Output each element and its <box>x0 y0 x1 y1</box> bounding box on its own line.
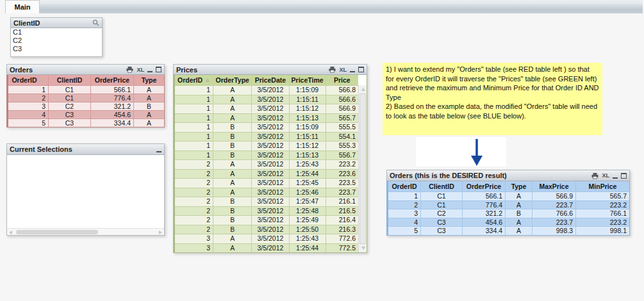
table-cell[interactable]: 3/5/2012 <box>251 234 288 243</box>
table-cell[interactable]: 223.5 <box>326 179 358 188</box>
printer-icon[interactable] <box>329 66 336 74</box>
table-cell[interactable]: 454.6 <box>462 218 505 227</box>
table-cell[interactable]: 3 <box>175 234 213 243</box>
printer-icon[interactable] <box>126 66 133 74</box>
table-cell[interactable]: 566.8 <box>326 86 358 95</box>
table-cell[interactable]: 772.5 <box>326 244 358 253</box>
table-cell[interactable]: 223.2 <box>575 218 629 227</box>
table-cell[interactable]: 1:25:48 <box>289 207 326 216</box>
table-row[interactable]: 1B3/5/20121:15:12555.3 <box>175 141 358 150</box>
table-row[interactable]: 2C1776.4A223.7223.2 <box>388 200 629 209</box>
table-cell[interactable]: A <box>133 94 164 102</box>
minimize-icon[interactable] <box>350 66 355 74</box>
table-cell[interactable]: 1 <box>175 114 213 123</box>
listbox-caption[interactable]: ClientID <box>10 17 103 28</box>
table-row[interactable]: 1A3/5/20121:15:13565.7 <box>175 113 358 123</box>
table-row[interactable]: 1A3/5/20121:15:12566.9 <box>175 104 358 113</box>
table-cell[interactable]: B <box>213 142 251 150</box>
table-cell[interactable]: 3/5/2012 <box>251 142 288 150</box>
table-cell[interactable]: 3/5/2012 <box>251 123 288 132</box>
column-header-orderid[interactable]: OrderID <box>175 75 213 85</box>
current-selections-caption[interactable]: Current Selections <box>6 143 165 155</box>
table-cell[interactable]: 3/5/2012 <box>251 95 288 104</box>
table-cell[interactable]: 3/5/2012 <box>251 170 288 179</box>
table-cell[interactable]: C3 <box>11 45 102 53</box>
table-row[interactable]: 3C2321.2B766.6766.1 <box>388 209 629 218</box>
printer-icon[interactable] <box>591 172 599 179</box>
column-header-orderprice[interactable]: OrderPrice <box>462 181 505 191</box>
table-cell[interactable]: A <box>213 188 251 197</box>
table-cell[interactable]: A <box>213 160 251 169</box>
table-cell[interactable]: 223.7 <box>326 188 358 197</box>
table-cell[interactable]: 2 <box>388 201 420 209</box>
table-cell[interactable]: 1:25:46 <box>289 188 326 197</box>
table-cell[interactable]: 2 <box>175 225 213 234</box>
table-cell[interactable]: C1 <box>420 192 462 200</box>
table-cell[interactable]: A <box>213 104 251 113</box>
horizontal-scrollbar[interactable] <box>7 228 164 235</box>
scrollbar-thumb[interactable] <box>359 94 366 244</box>
table-cell[interactable]: 1:25:43 <box>289 160 326 169</box>
table-cell[interactable]: A <box>213 179 251 188</box>
maximize-icon[interactable] <box>358 66 364 74</box>
table-cell[interactable]: C1 <box>420 201 462 209</box>
table-cell[interactable]: 1 <box>8 86 48 94</box>
tab-main[interactable]: Main <box>5 0 40 13</box>
table-cell[interactable]: 3/5/2012 <box>251 197 288 206</box>
table-cell[interactable]: 334.4 <box>90 119 133 127</box>
column-header-maxprice[interactable]: MaxPrice <box>532 181 575 191</box>
table-row[interactable]: 1C1566.1A <box>8 85 164 94</box>
table-row[interactable]: 3A3/5/20121:25:43772.6 <box>175 234 358 243</box>
table-cell[interactable]: 216.4 <box>326 216 358 225</box>
table-cell[interactable]: 3/5/2012 <box>251 207 288 216</box>
vertical-scrollbar[interactable] <box>358 85 367 252</box>
table-cell[interactable]: 321.2 <box>90 102 133 110</box>
table-cell[interactable]: 3/5/2012 <box>251 225 288 234</box>
table-row[interactable]: C2 <box>11 37 102 45</box>
table-row[interactable]: 2C1776.4A <box>8 94 164 102</box>
table-cell[interactable]: 4 <box>388 218 420 227</box>
orders-caption[interactable]: Orders XL <box>6 64 165 75</box>
table-cell[interactable]: 998.3 <box>532 227 575 235</box>
table-cell[interactable]: 1:15:09 <box>289 86 326 95</box>
table-cell[interactable]: A <box>133 119 164 127</box>
table-cell[interactable]: 1:15:12 <box>289 142 326 150</box>
table-cell[interactable]: 223.6 <box>326 170 358 179</box>
table-row[interactable]: 3C2321.2B <box>8 102 164 110</box>
column-header-clientid[interactable]: ClientID <box>48 75 90 85</box>
table-cell[interactable]: 565.7 <box>326 114 358 123</box>
table-cell[interactable]: 772.6 <box>326 234 358 243</box>
scroll-up-icon[interactable] <box>359 85 367 94</box>
table-cell[interactable]: 1:25:47 <box>289 197 326 206</box>
table-cell[interactable]: 3/5/2012 <box>251 160 288 169</box>
table-cell[interactable]: 1 <box>175 86 213 95</box>
table-cell[interactable]: 321.2 <box>462 209 505 218</box>
table-cell[interactable]: 2 <box>175 188 213 197</box>
table-cell[interactable]: 3/5/2012 <box>251 188 288 197</box>
column-header-type[interactable]: Type <box>505 181 532 191</box>
table-cell[interactable]: 1 <box>175 151 213 160</box>
column-header-price[interactable]: Price <box>326 75 358 85</box>
table-cell[interactable]: 3/5/2012 <box>251 104 288 113</box>
table-row[interactable]: 1B3/5/20121:15:13556.7 <box>175 150 358 160</box>
table-cell[interactable]: A <box>213 234 251 243</box>
table-cell[interactable]: A <box>213 244 251 253</box>
column-header-orderid[interactable]: OrderID <box>8 75 48 85</box>
table-cell[interactable]: 3/5/2012 <box>251 244 288 253</box>
table-cell[interactable]: 223.7 <box>532 218 575 227</box>
table-row[interactable]: C3 <box>11 45 102 53</box>
column-header-type[interactable]: Type <box>133 75 164 85</box>
table-row[interactable]: 2B3/5/20121:25:47216.1 <box>175 197 358 206</box>
table-row[interactable]: 2B3/5/20121:25:48216.5 <box>175 206 358 216</box>
table-row[interactable]: 2A3/5/20121:25:43223.2 <box>175 159 358 169</box>
search-icon[interactable] <box>92 19 99 27</box>
scroll-left-icon[interactable] <box>7 229 14 236</box>
table-cell[interactable]: 5 <box>388 227 420 235</box>
table-cell[interactable]: A <box>213 86 251 95</box>
table-cell[interactable]: 776.4 <box>90 94 133 102</box>
minimize-icon[interactable] <box>613 172 618 179</box>
table-cell[interactable]: 1:25:44 <box>289 244 326 253</box>
table-cell[interactable]: 566.1 <box>90 86 133 94</box>
table-cell[interactable]: 3 <box>175 244 213 253</box>
table-cell[interactable]: 2 <box>175 207 213 216</box>
